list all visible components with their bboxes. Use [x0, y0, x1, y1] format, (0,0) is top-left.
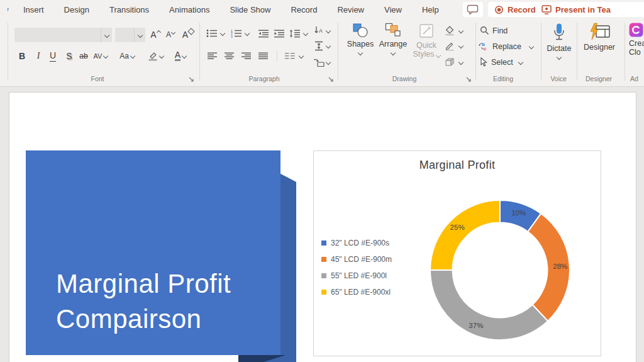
designer-button[interactable]: Designer [580, 23, 619, 52]
character-spacing-button[interactable]: AV [92, 49, 109, 63]
arrange-button[interactable]: Arrange [377, 23, 409, 55]
smartart-dropdown[interactable] [325, 55, 331, 69]
shape-outline-button[interactable] [443, 39, 457, 53]
legend-item-0[interactable]: 32" LCD #E-900s [321, 238, 392, 247]
decrease-indent-button[interactable] [257, 26, 270, 40]
donut-chart[interactable]: 10%28%37%25% [428, 198, 572, 342]
clipchamp-icon [629, 23, 643, 37]
slide[interactable]: Marginal Profit Compairson Marginal Prof… [9, 92, 636, 362]
shape-fill-icon [445, 26, 455, 36]
columns-button[interactable] [283, 49, 297, 63]
shrink-font-button[interactable]: A [164, 28, 177, 42]
select-button[interactable]: Select [480, 57, 523, 67]
comments-button[interactable] [463, 2, 483, 17]
quick-styles-button[interactable]: Quick Styles [410, 23, 443, 59]
present-in-teams-button[interactable]: Present in Tea [535, 2, 644, 17]
legend-label: 32" LCD #E-900s [331, 239, 389, 247]
legend-marker [321, 290, 326, 295]
replace-button[interactable]: b c Replace [479, 42, 533, 51]
replace-dropdown-icon[interactable] [529, 43, 534, 48]
cursor-arrow-icon [480, 57, 488, 67]
shape-fill-button[interactable] [443, 24, 457, 38]
arrange-icon [385, 23, 401, 38]
font-color-button[interactable]: A [171, 49, 190, 63]
justify-button[interactable] [257, 49, 270, 63]
record-button[interactable]: Record [488, 2, 542, 17]
ribbon: A A A B I U S ab AV Aa A Font [0, 19, 644, 87]
dialog-launcher-icon [465, 76, 472, 83]
increase-indent-button[interactable] [272, 26, 286, 40]
columns-dropdown[interactable] [298, 49, 304, 63]
shape-fill-dropdown[interactable] [458, 24, 464, 38]
chart-legend: 32" LCD #E-900s45" LCD #E-900m55" LED #E… [321, 238, 392, 303]
replace-icon: b c [479, 42, 489, 51]
align-text-dropdown[interactable] [325, 39, 331, 53]
numbering-dropdown[interactable] [244, 26, 250, 40]
text-direction-dropdown[interactable] [325, 24, 331, 38]
chart-object[interactable]: Marginal Profit 32" LCD #E-900s45" LCD #… [313, 150, 601, 356]
legend-marker [321, 273, 326, 278]
create-clips-button[interactable]: Crea Clo [629, 23, 644, 57]
chart-title[interactable]: Marginal Profit [314, 159, 601, 172]
designer-icon [589, 23, 611, 41]
bullets-dropdown[interactable] [219, 26, 226, 40]
menu-bar: w InsertDesignTransitionsAnimationsSlide… [0, 0, 644, 19]
tab-animations[interactable]: Animations [159, 5, 219, 14]
find-button[interactable]: Find [480, 26, 508, 35]
text-direction-button[interactable]: A [312, 24, 326, 38]
slide-title-line1: Marginal Profit [56, 266, 231, 302]
text-highlight-button[interactable] [146, 49, 165, 63]
change-case-button[interactable]: Aa [118, 49, 136, 63]
grow-font-button[interactable]: A [148, 28, 162, 42]
font-name-combobox[interactable] [14, 28, 112, 42]
tab-help[interactable]: Help [412, 5, 449, 14]
designer-group-label: Designer [572, 74, 626, 83]
slide-title[interactable]: Marginal Profit Compairson [56, 266, 231, 337]
clear-formatting-button[interactable]: A [181, 28, 195, 42]
donut-slice-3[interactable] [430, 200, 500, 270]
font-size-dropdown-icon[interactable] [134, 28, 145, 42]
underline-button[interactable]: U [46, 49, 60, 63]
align-text-button[interactable] [312, 39, 326, 53]
text-shadow-button[interactable]: S [62, 49, 76, 63]
legend-item-3[interactable]: 65" LED #E-900xl [321, 287, 392, 297]
align-left-button[interactable] [206, 49, 219, 63]
select-dropdown-icon[interactable] [518, 59, 523, 64]
dictate-button[interactable]: Dictate [543, 23, 575, 59]
legend-item-1[interactable]: 45" LCD #E-900m [321, 254, 392, 264]
donut-slice-2[interactable] [430, 270, 548, 340]
comment-icon [467, 4, 479, 15]
tab-insert[interactable]: Insert [13, 5, 54, 14]
font-dialog-launcher[interactable] [188, 74, 196, 82]
shape-outline-dropdown[interactable] [458, 39, 464, 53]
tab-transitions[interactable]: Transitions [99, 5, 159, 14]
align-right-button[interactable] [240, 49, 253, 63]
bold-button[interactable]: B [15, 49, 29, 63]
shape-effects-button[interactable] [443, 55, 457, 69]
font-size-combobox[interactable] [115, 28, 145, 42]
italic-button[interactable]: I [31, 49, 45, 63]
bullets-button[interactable] [206, 26, 218, 40]
tab-view[interactable]: View [374, 5, 412, 14]
line-spacing-button[interactable] [288, 26, 302, 40]
shapes-button[interactable]: Shapes [345, 23, 376, 55]
align-center-button[interactable] [223, 49, 236, 63]
font-group-label: Font [69, 74, 126, 83]
drawing-dialog-launcher[interactable] [465, 74, 473, 82]
font-name-dropdown-icon[interactable] [101, 28, 112, 42]
shape-effects-dropdown[interactable] [458, 55, 464, 69]
line-spacing-dropdown[interactable] [303, 26, 309, 40]
tab-record[interactable]: Record [280, 5, 327, 14]
legend-item-2[interactable]: 55" LED #E-900l [321, 271, 392, 280]
strikethrough-button[interactable]: ab [77, 49, 91, 63]
convert-smartart-button[interactable] [312, 55, 326, 69]
align-left-icon [208, 52, 218, 60]
svg-text:A: A [319, 28, 323, 34]
editing-group-label: Editing [476, 74, 530, 83]
tab-review[interactable]: Review [327, 5, 374, 14]
tab-design[interactable]: Design [54, 5, 99, 14]
tab-partial[interactable]: w [8, 5, 13, 14]
paragraph-dialog-launcher[interactable] [328, 74, 335, 82]
numbering-button[interactable]: 1 2 3 [230, 26, 243, 40]
tab-slide-show[interactable]: Slide Show [219, 5, 280, 14]
